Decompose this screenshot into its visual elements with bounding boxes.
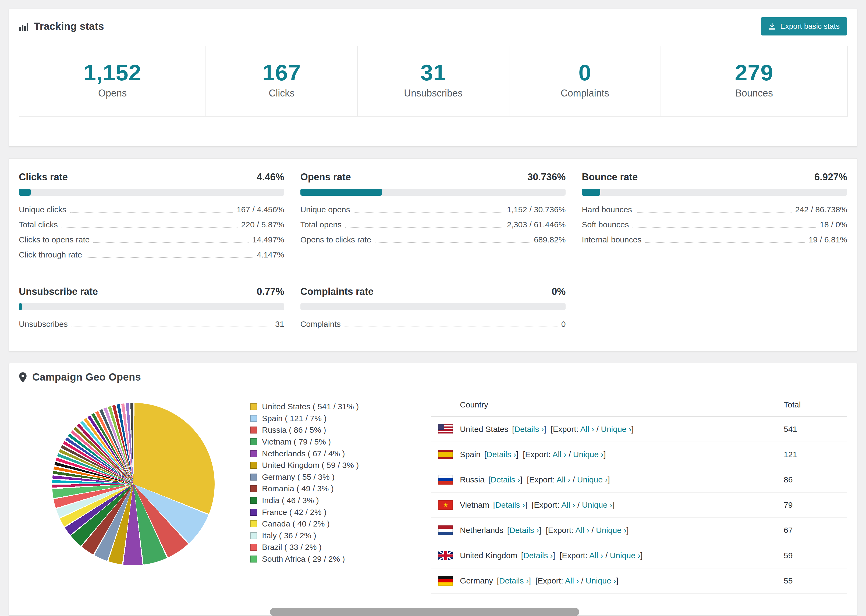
rate-row: Opens to clicks rate 689.82% — [301, 232, 566, 247]
export-all-link[interactable]: All › — [561, 500, 575, 509]
rate-panel: Clicks rate 4.46% Unique clicks 167 / 4.… — [19, 171, 284, 262]
dotted-leader — [636, 212, 791, 212]
table-row: Netherlands [Details ›] [Export: All › /… — [431, 518, 847, 543]
rate-percent: 30.736% — [527, 171, 565, 183]
column-header-country: Country — [460, 400, 784, 409]
stat-box-complaints: 0 Complaints — [509, 46, 661, 117]
dotted-leader — [70, 212, 233, 212]
details-link[interactable]: Details › — [514, 425, 544, 434]
rate-percent: 0.77% — [257, 286, 284, 297]
legend-color-swatch — [250, 485, 257, 492]
rate-row-value: 220 / 5.87% — [241, 220, 284, 229]
rate-row-value: 167 / 4.456% — [237, 205, 284, 214]
export-all-link[interactable]: All › — [589, 551, 603, 560]
legend-item: United States ( 541 / 31% ) — [250, 401, 407, 413]
dotted-leader — [61, 227, 237, 228]
legend-item: Italy ( 36 / 2% ) — [250, 530, 407, 542]
rate-row-label: Clicks to opens rate — [19, 235, 90, 244]
tracking-stats-card: Tracking stats Export basic stats 1,152 … — [9, 9, 857, 147]
rate-row-value: 689.82% — [534, 235, 565, 244]
rate-title: Unsubscribe rate — [19, 286, 98, 297]
export-all-link[interactable]: All › — [553, 450, 567, 459]
rate-row-value: 1,152 / 30.736% — [507, 205, 566, 214]
country-name: United States — [460, 425, 508, 434]
export-basic-stats-button[interactable]: Export basic stats — [761, 17, 847, 36]
progress-bar — [582, 189, 847, 196]
rate-row-label: Unique opens — [301, 205, 350, 214]
horizontal-scrollbar-thumb[interactable] — [270, 608, 579, 616]
progress-bar-fill — [301, 189, 382, 196]
campaign-geo-opens-card: Campaign Geo Opens United States ( 541 /… — [9, 363, 857, 616]
country-links: [Details ›] [Export: All › / Unique ›] — [484, 450, 606, 459]
legend-label: France ( 42 / 2% ) — [262, 508, 326, 517]
tracking-stats-title: Tracking stats — [34, 21, 104, 32]
country-links: [Details ›] [Export: All › / Unique ›] — [488, 475, 610, 484]
legend-label: South Africa ( 29 / 2% ) — [262, 555, 345, 564]
details-link[interactable]: Details › — [487, 450, 516, 459]
country-total: 86 — [784, 475, 840, 484]
legend-item: Germany ( 55 / 3% ) — [250, 471, 407, 483]
table-row: ★ Vietnam [Details ›] [Export: All › / U… — [431, 493, 847, 518]
rate-row: Total opens 2,303 / 61.446% — [301, 217, 566, 232]
dotted-leader — [633, 227, 816, 228]
stat-label: Unsubscribes — [363, 88, 504, 99]
export-unique-link[interactable]: Unique › — [586, 576, 616, 585]
geo-title-group: Campaign Geo Opens — [19, 371, 141, 383]
details-link[interactable]: Details › — [523, 551, 553, 560]
rate-row-label: Total opens — [301, 220, 342, 229]
rate-row-label: Unique clicks — [19, 205, 66, 214]
flag-icon-us — [438, 424, 453, 434]
rate-row-label: Opens to clicks rate — [301, 235, 371, 244]
rate-row-label: Click through rate — [19, 250, 82, 259]
stat-label: Clicks — [211, 88, 352, 99]
export-icon — [768, 23, 776, 30]
export-unique-link[interactable]: Unique › — [596, 526, 627, 534]
country-links: [Details ›] [Export: All › / Unique ›] — [512, 425, 634, 434]
details-link[interactable]: Details › — [499, 576, 529, 585]
legend-item: Brazil ( 33 / 2% ) — [250, 542, 407, 553]
export-unique-link[interactable]: Unique › — [582, 500, 612, 509]
legend-color-swatch — [250, 426, 257, 434]
export-all-link[interactable]: All › — [580, 425, 594, 434]
rate-row-value: 2,303 / 61.446% — [507, 220, 566, 229]
legend-label: Netherlands ( 67 / 4% ) — [262, 449, 345, 458]
flag-icon-ru — [438, 475, 453, 485]
export-all-link[interactable]: All › — [565, 576, 579, 585]
export-all-link[interactable]: All › — [556, 475, 570, 484]
dotted-leader — [72, 327, 272, 327]
geo-title: Campaign Geo Opens — [32, 371, 141, 383]
export-unique-link[interactable]: Unique › — [601, 425, 631, 434]
table-row: Germany [Details ›] [Export: All › / Uni… — [431, 569, 847, 594]
details-link[interactable]: Details › — [491, 475, 520, 484]
stat-value: 31 — [363, 60, 504, 85]
export-unique-link[interactable]: Unique › — [573, 450, 603, 459]
country-links: [Details ›] [Export: All › / Unique ›] — [507, 526, 629, 535]
rate-title: Bounce rate — [582, 171, 638, 183]
stat-box-clicks: 167 Clicks — [205, 46, 358, 117]
rate-row: Soft bounces 18 / 0% — [582, 217, 847, 232]
rate-row: Unsubscribes 31 — [19, 317, 284, 332]
details-link[interactable]: Details › — [509, 526, 539, 534]
rate-row-label: Complaints — [301, 319, 341, 329]
export-unique-link[interactable]: Unique › — [577, 475, 608, 484]
rate-row-value: 14.497% — [252, 235, 284, 244]
tracking-stats-row: 1,152 Opens 167 Clicks 31 Unsubscribes 0… — [19, 46, 847, 117]
tracking-stats-title-group: Tracking stats — [19, 21, 104, 32]
stat-value: 279 — [666, 60, 842, 85]
rate-row: Internal bounces 19 / 6.81% — [582, 232, 847, 247]
stat-label: Bounces — [666, 88, 842, 99]
details-link[interactable]: Details › — [495, 500, 525, 509]
progress-bar — [301, 189, 566, 196]
rate-row-label: Internal bounces — [582, 235, 641, 244]
rate-panel: Complaints rate 0% Complaints 0 — [301, 286, 566, 332]
legend-item: India ( 46 / 3% ) — [250, 495, 407, 506]
export-unique-link[interactable]: Unique › — [610, 551, 640, 560]
export-all-link[interactable]: All › — [575, 526, 589, 534]
country-name: United Kingdom — [460, 551, 517, 560]
country-total: 59 — [784, 551, 840, 560]
legend-color-swatch — [250, 403, 257, 410]
country-total: 67 — [784, 526, 840, 535]
legend-item: Spain ( 121 / 7% ) — [250, 413, 407, 424]
rate-row: Clicks to opens rate 14.497% — [19, 232, 284, 247]
legend-color-swatch — [250, 556, 257, 563]
